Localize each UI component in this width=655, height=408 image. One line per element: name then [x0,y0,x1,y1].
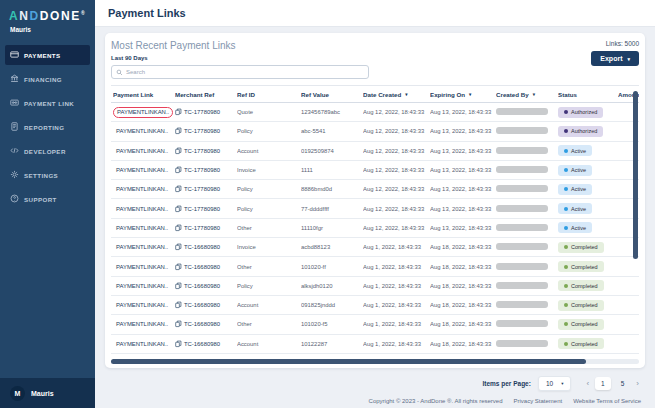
sidebar-item-payments[interactable]: PAYMENTS [5,45,90,65]
payment-links-card: Most Recent Payment Links Last 90 Days L… [105,33,645,368]
page-button-1[interactable]: 1 [595,377,611,390]
privacy-statement-link[interactable]: Privacy Statement [514,398,563,404]
copy-icon[interactable] [175,243,182,251]
sidebar-item-reporting[interactable]: REPORTING [5,117,90,137]
payment-link-value[interactable]: PAYMENTLINKAN.. [113,185,171,194]
terms-of-service-link[interactable]: Website Terms of Service [573,398,641,404]
search-box[interactable] [111,65,369,79]
table-row[interactable]: PAYMENTLINKAN.. TC-17780980 Quote 123456… [111,103,639,122]
status-label: Completed [571,283,598,289]
horizontal-scrollbar[interactable] [111,359,586,364]
table-row[interactable]: PAYMENTLINKAN.. TC-16680980 Invoice acbd… [111,238,639,257]
sort-caret-icon[interactable]: ▾ [469,92,471,97]
payment-link-value[interactable]: PAYMENTLINKAN.. [113,127,171,136]
date-created-value: Aug 12, 2022, 18:43:33 [363,148,430,154]
merchant-ref-value: TC-17780980 [184,167,220,173]
status-dot-icon [564,168,568,172]
ref-id-value: Account [237,302,301,308]
copy-icon[interactable] [175,205,182,213]
status-label: Active [571,225,586,231]
table-row[interactable]: PAYMENTLINKAN.. TC-16680980 Policy alksj… [111,277,639,296]
column-header-expiring-on[interactable]: Expiring On▾ [430,91,496,98]
table-row[interactable]: PAYMENTLINKAN.. TC-16680980 Account 0918… [111,296,639,315]
copy-icon[interactable] [175,147,182,155]
sidebar-item-settings[interactable]: SETTINGS [5,165,90,185]
payment-link-value[interactable]: PAYMENTLINKAN.. [113,146,171,155]
copy-icon[interactable] [175,282,182,290]
copyright-text: Copyright © 2023 - AndDone ®. All rights… [369,398,503,404]
sidebar-item-support[interactable]: SUPPORT [5,189,90,209]
status-label: Completed [571,321,598,327]
payment-link-value[interactable]: PAYMENTLINKAN.. [113,204,171,213]
payment-link-value[interactable]: PAYMENTLINKAN.. [113,223,171,232]
date-created-value: Aug 1, 2022, 18:43:33 [363,341,430,347]
sidebar-item-developer[interactable]: DEVELOPER [5,141,90,161]
copy-icon[interactable] [175,166,182,174]
expiring-on-value: Aug 18, 2022, 18:43:33 [430,341,496,347]
sort-caret-icon[interactable]: ▾ [405,92,407,97]
status-dot-icon [564,265,568,269]
merchant-ref-value: TC-16680980 [184,264,220,270]
export-button[interactable]: Export ▾ [591,51,639,66]
ref-id-value: Invoice [237,244,301,250]
ref-value-value: acbd88123 [301,244,363,250]
payment-link-value[interactable]: PAYMENTLINKAN.. [113,281,171,290]
footer: Copyright © 2023 - AndDone ®. All rights… [105,391,645,404]
payment-link-value[interactable]: PAYMENTLINKAN.. [113,166,171,175]
vertical-scrollbar[interactable] [633,91,638,259]
sidebar-item-payment-link[interactable]: PAYMENT LINK [5,93,90,113]
column-header-created-by[interactable]: Created By▾ [496,91,558,98]
links-count: Links: 5000 [606,40,639,47]
chevron-left-icon[interactable]: ‹ [584,379,591,388]
table-row[interactable]: PAYMENTLINKAN.. TC-17780980 Policy 77-dd… [111,199,639,218]
table-row[interactable]: PAYMENTLINKAN.. TC-17780980 Account 0192… [111,142,639,161]
chevron-right-icon[interactable]: › [634,379,641,388]
sidebar-item-financing[interactable]: FINANCING [5,69,90,89]
ref-id-value: Other [237,264,301,270]
table-row[interactable]: PAYMENTLINKAN.. TC-17780980 Invoice 1111… [111,161,639,180]
ref-value-value: 1111 [301,167,363,173]
payment-link-value[interactable]: PAYMENTLINKAN.. [113,262,171,271]
copy-icon[interactable] [175,263,182,271]
ref-value-value: 77-ddddffff [301,206,363,212]
expiring-on-value: Aug 13, 2022, 18:43:33 [430,148,496,154]
table-row[interactable]: PAYMENTLINKAN.. TC-17780980 Policy 8886b… [111,180,639,199]
financing-icon [10,74,19,84]
sort-caret-icon[interactable]: ▾ [533,92,535,97]
table-row[interactable]: PAYMENTLINKAN.. TC-17780980 Policy abc-5… [111,122,639,141]
table-row[interactable]: PAYMENTLINKAN.. TC-17780980 Other 11110f… [111,219,639,238]
payment-link-value[interactable]: PAYMENTLINKAN.. [113,301,171,310]
copy-icon[interactable] [175,340,182,348]
sidebar-item-label: DEVELOPER [24,148,66,155]
status-dot-icon [564,284,568,288]
items-per-page-select[interactable]: 10 ▾ [538,376,572,391]
copy-icon[interactable] [175,224,182,232]
payment-link-value[interactable]: PAYMENTLINKAN.. [113,320,171,329]
main-area: Payment Links Most Recent Payment Links … [95,0,655,408]
column-header-date-created[interactable]: Date Created▾ [363,91,430,98]
page-button-5[interactable]: 5 [615,377,631,390]
copy-icon[interactable] [175,127,182,135]
column-header-ref-value: Ref Value [301,91,363,98]
status-label: Completed [571,244,598,250]
merchant-ref-value: TC-16680980 [184,283,220,289]
copy-icon[interactable] [175,108,182,116]
sidebar-item-label: SETTINGS [24,172,58,179]
status-badge: Completed [558,261,604,272]
table-row[interactable]: PAYMENTLINKAN.. TC-16680980 Account 1012… [111,335,639,354]
ref-value-value: 101020-f5 [301,321,363,327]
status-badge: Completed [558,242,604,253]
copy-icon[interactable] [175,185,182,193]
copy-icon[interactable] [175,320,182,328]
sidebar-user-bar[interactable]: M Mauris [0,378,95,408]
payment-link-value[interactable]: PAYMENTLINKAN.. [113,243,171,252]
table-row[interactable]: PAYMENTLINKAN.. TC-16680980 Other 101020… [111,257,639,276]
table-row[interactable]: PAYMENTLINKAN.. TC-16680980 Other 101020… [111,315,639,334]
created-by-redacted [496,301,548,308]
search-input[interactable] [126,69,364,75]
copy-icon[interactable] [175,301,182,309]
payment-link-value[interactable]: PAYMENTLINKAN.. [113,107,173,118]
payment-link-value[interactable]: PAYMENTLINKAN.. [113,339,171,348]
status-label: Active [571,148,586,154]
sidebar-item-label: PAYMENTS [24,52,61,59]
